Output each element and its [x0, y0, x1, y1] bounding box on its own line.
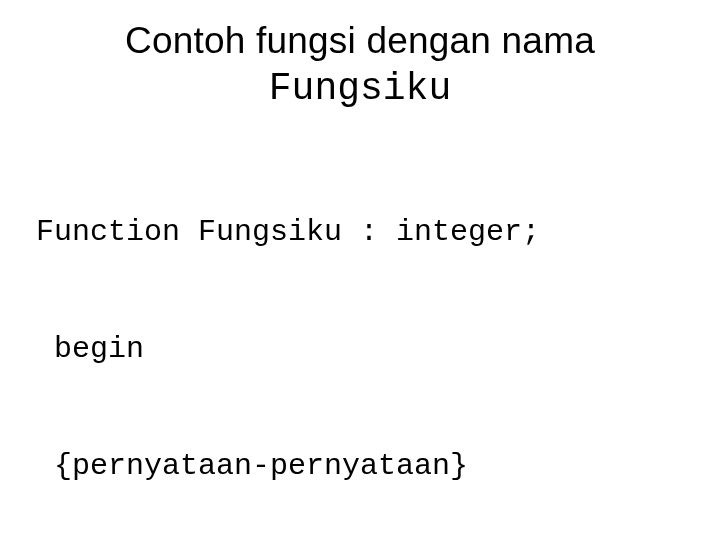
code-line-3: {pernyataan-pernyataan}: [36, 447, 684, 486]
title-line-1: Contoh fungsi dengan nama: [125, 20, 595, 61]
slide-title: Contoh fungsi dengan nama Fungsiku: [36, 18, 684, 113]
code-block: Function Fungsiku : integer; begin {pern…: [36, 135, 684, 540]
code-line-2: begin: [36, 330, 684, 369]
code-line-1: Function Fungsiku : integer;: [36, 213, 684, 252]
slide: Contoh fungsi dengan nama Fungsiku Funct…: [0, 0, 720, 540]
title-line-2: Fungsiku: [269, 67, 451, 110]
